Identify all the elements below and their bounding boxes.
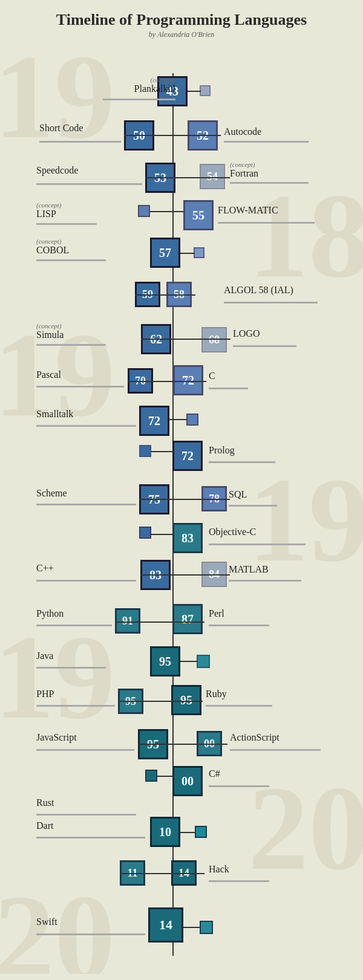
hline-swift <box>183 927 201 928</box>
bar-scheme <box>36 504 136 505</box>
year-box-python: 91 <box>115 608 140 634</box>
label-fortran: (concept) Fortran <box>230 161 258 179</box>
year-box-prolog: 72 <box>172 441 203 471</box>
label-speedcode: Speedcode <box>36 165 78 176</box>
bar-rust <box>36 814 136 816</box>
bar-sql <box>229 505 277 507</box>
bar-flowmatic <box>218 222 315 224</box>
label-cobol: (concept) COBOL <box>36 238 69 256</box>
hline-python-perl <box>115 621 204 623</box>
label-shortcode: Short Code <box>39 123 83 134</box>
small-sq-csharp <box>145 770 157 782</box>
bar-cobol <box>36 259 106 261</box>
subtitle: by Alexandria O'Brien <box>12 30 351 39</box>
label-rust: Rust <box>36 797 54 808</box>
year-box-smalltalk: 72 <box>139 406 169 436</box>
label-matlab: MATLAB <box>229 564 269 575</box>
hline-simula-logo <box>141 339 231 340</box>
bar-javascript <box>36 749 134 751</box>
bar-dart <box>36 837 145 839</box>
bar-prolog <box>209 461 275 463</box>
year-box-dart10: 10 <box>150 817 180 847</box>
hline-js-as <box>138 744 227 745</box>
title-section: Timeline of Programming Languages by Ale… <box>0 0 363 43</box>
bar-simula <box>36 344 106 346</box>
hline-dart <box>180 832 196 833</box>
bar-php <box>36 705 115 707</box>
hline-java <box>180 661 198 662</box>
label-perl: Perl <box>209 608 224 619</box>
label-cpp: C++ <box>36 563 54 574</box>
hline-cpp-matlab <box>140 574 230 576</box>
label-sql: SQL <box>229 489 247 500</box>
bar-hack <box>209 880 269 882</box>
small-sq-swift <box>200 921 213 934</box>
hline-pascal-c <box>128 381 206 382</box>
label-simula: (concept) Simula <box>36 322 64 340</box>
year-box-swift: 14 <box>148 907 183 943</box>
bar-c <box>209 388 248 389</box>
label-swift: Swift <box>36 917 57 927</box>
label-dart: Dart <box>36 820 53 831</box>
year-box-ruby: 95 <box>171 685 201 715</box>
label-plankalkul: (concept) Plankalkül <box>134 76 175 94</box>
year-box-c72: 72 <box>173 365 203 395</box>
bar-plankalkul <box>103 99 175 100</box>
hline-prolog <box>151 451 174 452</box>
bar-pascal <box>36 386 124 388</box>
hline-csharp <box>157 776 174 777</box>
year-box-flowmatic: 55 <box>183 200 214 230</box>
label-pascal: Pascal <box>36 369 61 380</box>
hline-shortcode-autocode <box>124 135 221 136</box>
year-box-logo: 68 <box>201 327 227 352</box>
hline-smalltalk <box>169 419 188 420</box>
label-algol58: ALGOL 58 (IAL) <box>224 285 293 296</box>
year-box-csharp: 00 <box>172 766 203 796</box>
label-actionscript: ActionScript <box>230 732 280 743</box>
label-objectivec: Objective-C <box>209 527 256 537</box>
hline-objectivec <box>151 534 174 535</box>
label-lisp: (concept) LISP <box>36 201 62 219</box>
bar-matlab <box>229 580 301 582</box>
timeline-infographic: 43 (concept) Plankalkül 50 52 Short Code… <box>0 43 363 974</box>
bar-python <box>36 625 112 626</box>
small-sq-objc <box>139 527 151 539</box>
label-javascript: JavaScript <box>36 732 77 743</box>
year-box-57: 57 <box>150 238 180 268</box>
hline-11-hack <box>120 873 204 874</box>
bar-actionscript <box>230 749 321 751</box>
label-scheme: Scheme <box>36 488 67 499</box>
label-hack: Hack <box>209 864 229 875</box>
year-box-objectivec: 83 <box>172 523 203 553</box>
label-python: Python <box>36 608 64 619</box>
label-prolog: Prolog <box>209 445 235 456</box>
bar-logo <box>233 345 296 347</box>
small-sq-dart <box>195 826 207 838</box>
bar-algol58 <box>224 302 318 303</box>
bar-csharp <box>209 785 269 787</box>
label-c: C <box>209 371 215 381</box>
year-box-perl87: 87 <box>172 604 203 634</box>
bar-smalltalk <box>36 425 136 427</box>
small-sq-57r <box>194 247 204 258</box>
hline-lisp-flowmatic <box>150 211 185 212</box>
bar-ruby <box>206 705 272 707</box>
page-container: 19 18 19 19 19 20 20 Timeline of Program… <box>0 0 363 974</box>
label-csharp: C# <box>209 768 220 779</box>
label-autocode: Autocode <box>224 126 261 137</box>
hline-plankalkul-r <box>188 91 201 92</box>
bar-lisp <box>36 223 97 225</box>
hline-php-ruby <box>118 701 203 702</box>
hline-57 <box>180 253 195 254</box>
small-sq-smalltalk <box>186 414 198 426</box>
label-ruby: Ruby <box>206 689 227 699</box>
label-java: Java <box>36 651 53 661</box>
bar-objectivec <box>209 544 306 545</box>
bar-autocode <box>224 141 309 143</box>
hline-59-58 <box>135 294 195 296</box>
bar-speedcode <box>36 183 142 185</box>
bar-shortcode <box>39 141 121 143</box>
bar-swift <box>36 933 145 935</box>
year-box-fortran: 54 <box>200 164 225 189</box>
bar-java <box>36 667 106 669</box>
